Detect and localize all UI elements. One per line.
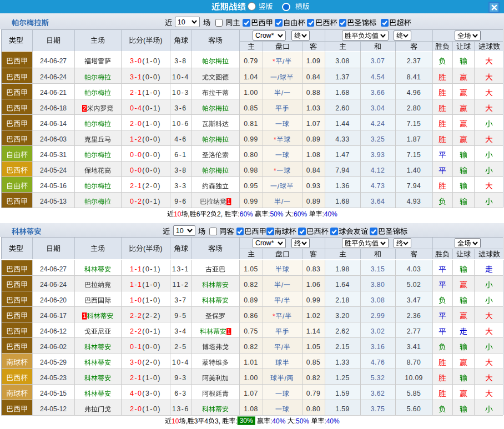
svg-text:(0-0): (0-0) [142, 343, 160, 351]
svg-text:*: * [274, 135, 276, 143]
svg-text:40%: 40% [326, 417, 339, 425]
svg-text:50%: 50% [270, 210, 283, 218]
svg-text:/: / [278, 182, 280, 190]
svg-text:2-1: 2-1 [130, 89, 142, 97]
svg-text:(0-1): (0-1) [142, 265, 160, 273]
svg-text::: : [268, 210, 270, 218]
svg-text:/: / [281, 296, 283, 304]
svg-text:/: / [278, 73, 280, 81]
svg-text:4: 4 [204, 417, 208, 425]
svg-text:3,: 3, [215, 417, 220, 425]
svg-text:2: 2 [83, 104, 86, 111]
svg-text:0-2: 0-2 [130, 198, 142, 205]
svg-text:2-0: 2-0 [130, 405, 142, 413]
svg-text:1-1: 1-1 [130, 281, 142, 289]
svg-text:): ) [160, 36, 162, 44]
svg-text:(: ( [143, 244, 146, 253]
svg-text:(0-1): (0-1) [142, 104, 160, 112]
svg-text:/: / [281, 198, 283, 205]
svg-text:(0-1): (0-1) [142, 327, 160, 335]
svg-text:2,: 2, [217, 210, 223, 218]
svg-text:3-1: 3-1 [130, 73, 142, 81]
svg-text:1-0: 1-0 [130, 296, 142, 304]
svg-text:0-0: 0-0 [130, 166, 142, 174]
svg-text:2-2: 2-2 [130, 312, 142, 320]
svg-text:1-2: 1-2 [130, 135, 142, 143]
svg-text:(2-0): (2-0) [142, 359, 160, 366]
svg-text:*: * [274, 166, 276, 174]
svg-text:2-1: 2-1 [130, 182, 142, 190]
svg-text:(1-0): (1-0) [142, 57, 160, 65]
svg-text:(3-0): (3-0) [142, 390, 160, 397]
svg-text:(1-0): (1-0) [142, 405, 160, 413]
svg-text:*: * [273, 312, 275, 320]
svg-text:0-4: 0-4 [130, 104, 142, 112]
svg-text:0-0: 0-0 [130, 151, 142, 159]
svg-text:(2-2): (2-2) [142, 312, 160, 320]
svg-text:*: * [273, 57, 275, 65]
svg-text:(: ( [143, 36, 146, 44]
svg-text::: : [238, 210, 239, 218]
svg-text:2-2: 2-2 [130, 327, 142, 335]
svg-text:/: / [283, 312, 285, 320]
svg-text:/: / [283, 57, 285, 65]
svg-text:2: 2 [206, 210, 210, 218]
svg-text:(1-0): (1-0) [142, 89, 160, 97]
svg-text::: : [270, 417, 272, 425]
svg-text:1-1: 1-1 [130, 265, 142, 273]
svg-text:/: / [281, 281, 283, 289]
svg-text::: : [322, 210, 324, 218]
svg-text:10: 10 [172, 417, 179, 425]
svg-text:(1-0): (1-0) [142, 296, 160, 304]
svg-text:(0-0): (0-0) [142, 166, 160, 174]
svg-text:1: 1 [83, 312, 86, 319]
svg-text:(1-0): (1-0) [142, 281, 160, 289]
svg-text:(0-0): (0-0) [142, 151, 160, 159]
svg-text:60%: 60% [239, 210, 253, 218]
svg-text:50%: 50% [296, 417, 309, 425]
svg-text:60%: 60% [294, 210, 307, 218]
svg-text::: : [294, 417, 295, 425]
svg-text:10: 10 [174, 210, 182, 218]
svg-text:(0-0): (0-0) [142, 135, 160, 143]
svg-text:3-0: 3-0 [130, 57, 142, 65]
svg-text:): ) [160, 244, 162, 253]
svg-text:(2-0): (2-0) [142, 182, 160, 190]
svg-text:40%: 40% [324, 210, 337, 218]
svg-text:,: , [188, 210, 189, 218]
svg-text:,: , [185, 417, 187, 425]
svg-text:40%: 40% [272, 417, 285, 425]
svg-text:(1-0): (1-0) [142, 120, 160, 128]
svg-text:/: / [281, 343, 283, 351]
svg-text::: : [291, 210, 293, 218]
svg-text:(1-0): (1-0) [142, 374, 160, 382]
svg-text:2-1: 2-1 [130, 374, 142, 382]
svg-text:(0-0): (0-0) [142, 73, 160, 81]
svg-text:3-0: 3-0 [130, 359, 142, 366]
svg-text:/: / [281, 89, 283, 97]
svg-text::: : [324, 417, 326, 425]
svg-text:/: / [285, 374, 287, 382]
svg-text:30%: 30% [239, 416, 253, 424]
svg-text::: : [235, 417, 237, 425]
svg-text:(0-1): (0-1) [142, 198, 160, 205]
svg-text:1: 1 [227, 327, 230, 334]
svg-text:3: 3 [194, 417, 198, 425]
svg-text:6: 6 [196, 210, 200, 218]
svg-text:1: 1 [227, 198, 230, 204]
svg-text:2-0: 2-0 [130, 120, 142, 128]
svg-text:0-1: 0-1 [130, 343, 142, 351]
svg-text:4-0: 4-0 [130, 390, 142, 397]
